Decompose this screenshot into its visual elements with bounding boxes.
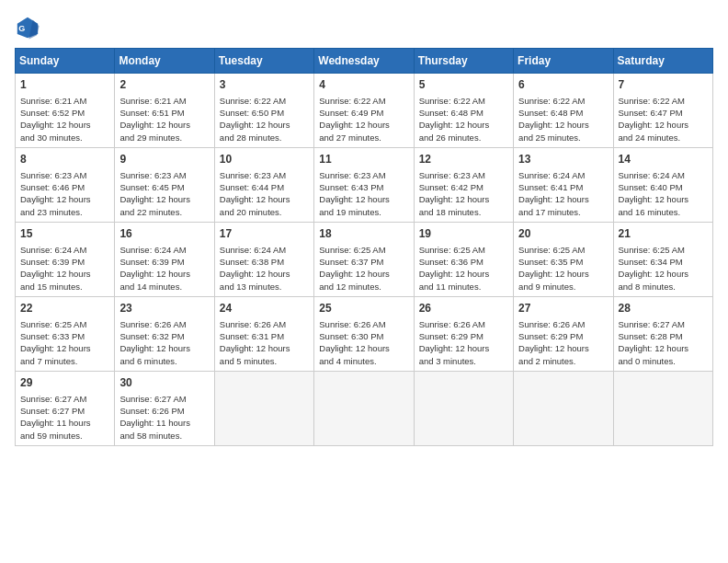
- header-sunday: Sunday: [16, 49, 115, 74]
- calendar-cell: 1Sunrise: 6:21 AM Sunset: 6:52 PM Daylig…: [16, 74, 115, 148]
- day-info: Sunrise: 6:23 AM Sunset: 6:44 PM Dayligh…: [220, 169, 309, 218]
- header-thursday: Thursday: [414, 49, 513, 74]
- calendar-cell: 26Sunrise: 6:26 AM Sunset: 6:29 PM Dayli…: [414, 296, 513, 371]
- day-info: Sunrise: 6:24 AM Sunset: 6:39 PM Dayligh…: [20, 244, 109, 293]
- calendar-cell: 17Sunrise: 6:24 AM Sunset: 6:38 PM Dayli…: [214, 222, 313, 296]
- header-saturday: Saturday: [613, 49, 712, 74]
- calendar-cell: 3Sunrise: 6:22 AM Sunset: 6:50 PM Daylig…: [214, 74, 313, 148]
- calendar-cell: 24Sunrise: 6:26 AM Sunset: 6:31 PM Dayli…: [214, 296, 313, 371]
- day-info: Sunrise: 6:22 AM Sunset: 6:50 PM Dayligh…: [220, 95, 309, 144]
- day-number: 23: [119, 301, 209, 316]
- calendar-cell: 16Sunrise: 6:24 AM Sunset: 6:39 PM Dayli…: [115, 222, 214, 296]
- day-info: Sunrise: 6:23 AM Sunset: 6:45 PM Dayligh…: [119, 169, 209, 218]
- day-info: Sunrise: 6:26 AM Sunset: 6:29 PM Dayligh…: [518, 318, 608, 367]
- day-info: Sunrise: 6:25 AM Sunset: 6:34 PM Dayligh…: [619, 244, 708, 293]
- day-info: Sunrise: 6:23 AM Sunset: 6:43 PM Dayligh…: [319, 169, 408, 218]
- day-info: Sunrise: 6:25 AM Sunset: 6:37 PM Dayligh…: [319, 244, 408, 293]
- day-info: Sunrise: 6:22 AM Sunset: 6:49 PM Dayligh…: [319, 95, 408, 144]
- day-info: Sunrise: 6:24 AM Sunset: 6:39 PM Dayligh…: [119, 244, 209, 293]
- day-info: Sunrise: 6:21 AM Sunset: 6:52 PM Dayligh…: [20, 95, 109, 144]
- calendar-cell: 22Sunrise: 6:25 AM Sunset: 6:33 PM Dayli…: [16, 296, 115, 371]
- day-info: Sunrise: 6:23 AM Sunset: 6:42 PM Dayligh…: [419, 169, 508, 218]
- day-info: Sunrise: 6:27 AM Sunset: 6:26 PM Dayligh…: [119, 393, 209, 442]
- day-number: 20: [518, 226, 608, 242]
- calendar-cell: 5Sunrise: 6:22 AM Sunset: 6:48 PM Daylig…: [414, 74, 513, 148]
- svg-text:G: G: [18, 24, 25, 33]
- day-number: 25: [319, 301, 408, 316]
- day-number: 5: [419, 77, 508, 93]
- page-header: G: [15, 15, 713, 40]
- day-number: 2: [119, 77, 209, 93]
- calendar-cell: 20Sunrise: 6:25 AM Sunset: 6:35 PM Dayli…: [514, 222, 613, 296]
- day-info: Sunrise: 6:26 AM Sunset: 6:31 PM Dayligh…: [220, 318, 309, 367]
- day-number: 8: [20, 152, 109, 167]
- day-number: 24: [220, 301, 309, 316]
- calendar-cell: 18Sunrise: 6:25 AM Sunset: 6:37 PM Dayli…: [314, 222, 414, 296]
- day-number: 30: [119, 375, 209, 391]
- calendar-cell: 9Sunrise: 6:23 AM Sunset: 6:45 PM Daylig…: [115, 147, 214, 222]
- calendar-cell: 10Sunrise: 6:23 AM Sunset: 6:44 PM Dayli…: [214, 147, 313, 222]
- day-info: Sunrise: 6:26 AM Sunset: 6:29 PM Dayligh…: [419, 318, 508, 367]
- calendar-cell: [613, 371, 712, 445]
- calendar-cell: 14Sunrise: 6:24 AM Sunset: 6:40 PM Dayli…: [613, 147, 712, 222]
- day-number: 1: [20, 77, 109, 93]
- calendar-cell: 4Sunrise: 6:22 AM Sunset: 6:49 PM Daylig…: [314, 74, 414, 148]
- day-info: Sunrise: 6:24 AM Sunset: 6:38 PM Dayligh…: [220, 244, 309, 293]
- calendar-cell: 19Sunrise: 6:25 AM Sunset: 6:36 PM Dayli…: [414, 222, 513, 296]
- day-info: Sunrise: 6:22 AM Sunset: 6:48 PM Dayligh…: [419, 95, 508, 144]
- day-number: 10: [220, 152, 309, 167]
- calendar-cell: 13Sunrise: 6:24 AM Sunset: 6:41 PM Dayli…: [514, 147, 613, 222]
- calendar-cell: [414, 371, 513, 445]
- calendar: SundayMondayTuesdayWednesdayThursdayFrid…: [15, 48, 713, 446]
- day-number: 15: [20, 226, 109, 242]
- calendar-cell: 28Sunrise: 6:27 AM Sunset: 6:28 PM Dayli…: [613, 296, 712, 371]
- day-info: Sunrise: 6:25 AM Sunset: 6:33 PM Dayligh…: [20, 318, 109, 367]
- day-number: 6: [518, 77, 608, 93]
- day-number: 4: [319, 77, 408, 93]
- calendar-cell: 2Sunrise: 6:21 AM Sunset: 6:51 PM Daylig…: [115, 74, 214, 148]
- calendar-cell: 12Sunrise: 6:23 AM Sunset: 6:42 PM Dayli…: [414, 147, 513, 222]
- day-info: Sunrise: 6:23 AM Sunset: 6:46 PM Dayligh…: [20, 169, 109, 218]
- calendar-week-row: 22Sunrise: 6:25 AM Sunset: 6:33 PM Dayli…: [16, 296, 713, 371]
- logo: G: [15, 15, 44, 40]
- day-info: Sunrise: 6:24 AM Sunset: 6:41 PM Dayligh…: [518, 169, 608, 218]
- header-friday: Friday: [514, 49, 613, 74]
- calendar-week-row: 8Sunrise: 6:23 AM Sunset: 6:46 PM Daylig…: [16, 147, 713, 222]
- day-number: 3: [220, 77, 309, 93]
- day-number: 22: [20, 301, 109, 316]
- calendar-cell: 30Sunrise: 6:27 AM Sunset: 6:26 PM Dayli…: [115, 371, 214, 445]
- day-number: 21: [619, 226, 708, 242]
- day-info: Sunrise: 6:22 AM Sunset: 6:47 PM Dayligh…: [619, 95, 708, 144]
- day-number: 12: [419, 152, 508, 167]
- day-info: Sunrise: 6:25 AM Sunset: 6:36 PM Dayligh…: [419, 244, 508, 293]
- day-number: 7: [619, 77, 708, 93]
- day-info: Sunrise: 6:26 AM Sunset: 6:32 PM Dayligh…: [119, 318, 209, 367]
- day-number: 17: [220, 226, 309, 242]
- calendar-cell: [514, 371, 613, 445]
- calendar-week-row: 29Sunrise: 6:27 AM Sunset: 6:27 PM Dayli…: [16, 371, 713, 445]
- calendar-cell: 23Sunrise: 6:26 AM Sunset: 6:32 PM Dayli…: [115, 296, 214, 371]
- day-info: Sunrise: 6:26 AM Sunset: 6:30 PM Dayligh…: [319, 318, 408, 367]
- calendar-cell: 7Sunrise: 6:22 AM Sunset: 6:47 PM Daylig…: [613, 74, 712, 148]
- day-info: Sunrise: 6:27 AM Sunset: 6:28 PM Dayligh…: [619, 318, 708, 367]
- calendar-cell: 11Sunrise: 6:23 AM Sunset: 6:43 PM Dayli…: [314, 147, 414, 222]
- day-info: Sunrise: 6:21 AM Sunset: 6:51 PM Dayligh…: [119, 95, 209, 144]
- calendar-cell: 15Sunrise: 6:24 AM Sunset: 6:39 PM Dayli…: [16, 222, 115, 296]
- header-monday: Monday: [115, 49, 214, 74]
- calendar-header-row: SundayMondayTuesdayWednesdayThursdayFrid…: [16, 49, 713, 74]
- calendar-cell: 27Sunrise: 6:26 AM Sunset: 6:29 PM Dayli…: [514, 296, 613, 371]
- calendar-cell: 6Sunrise: 6:22 AM Sunset: 6:48 PM Daylig…: [514, 74, 613, 148]
- day-number: 26: [419, 301, 508, 316]
- day-number: 19: [419, 226, 508, 242]
- day-info: Sunrise: 6:27 AM Sunset: 6:27 PM Dayligh…: [20, 393, 109, 442]
- logo-icon: G: [15, 15, 40, 40]
- calendar-cell: 25Sunrise: 6:26 AM Sunset: 6:30 PM Dayli…: [314, 296, 414, 371]
- day-number: 28: [619, 301, 708, 316]
- day-number: 16: [119, 226, 209, 242]
- calendar-week-row: 15Sunrise: 6:24 AM Sunset: 6:39 PM Dayli…: [16, 222, 713, 296]
- calendar-week-row: 1Sunrise: 6:21 AM Sunset: 6:52 PM Daylig…: [16, 74, 713, 148]
- calendar-cell: [314, 371, 414, 445]
- calendar-cell: 29Sunrise: 6:27 AM Sunset: 6:27 PM Dayli…: [16, 371, 115, 445]
- day-number: 9: [119, 152, 209, 167]
- calendar-cell: 21Sunrise: 6:25 AM Sunset: 6:34 PM Dayli…: [613, 222, 712, 296]
